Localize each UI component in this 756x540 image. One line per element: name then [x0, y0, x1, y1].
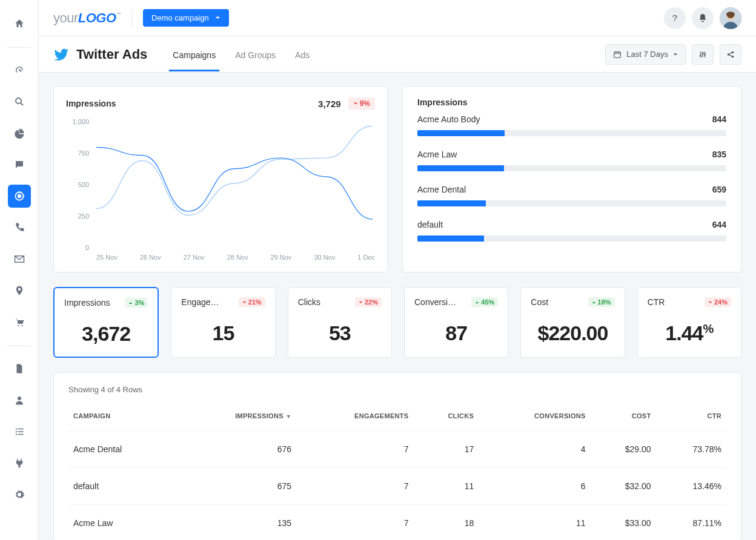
- mail-icon: [14, 254, 25, 265]
- svg-point-12: [728, 53, 730, 56]
- sidebar-item-search[interactable]: [8, 90, 31, 113]
- table-body: Acme Dental6767174$29.0073.78%default675…: [68, 431, 726, 541]
- tile-value: 3,672: [64, 322, 148, 346]
- table-header[interactable]: COST: [591, 406, 656, 431]
- tab-ad-groups[interactable]: Ad Groups: [234, 38, 277, 71]
- y-axis: 1,000 750 500 250 0: [66, 118, 93, 251]
- stat-tile[interactable]: Conversi…45%87: [404, 287, 508, 358]
- bar-fill: [417, 130, 505, 136]
- sidebar-item-integrations[interactable]: [8, 452, 31, 475]
- table-header[interactable]: CAMPAIGN: [68, 406, 175, 431]
- xtick: 28 Nov: [227, 254, 248, 263]
- table-header[interactable]: ENGAGEMENTS: [296, 406, 413, 431]
- stat-tile[interactable]: Cost18%$220.00: [520, 287, 625, 358]
- svg-point-2: [18, 195, 21, 198]
- tile-delta: 45%: [471, 297, 498, 307]
- bar-track: [417, 165, 726, 171]
- table-cell: 18: [413, 505, 479, 541]
- sidebar: [0, 0, 39, 540]
- sidebar-item-calls[interactable]: [8, 216, 31, 239]
- svg-point-11: [704, 53, 705, 54]
- stat-tile[interactable]: Engage…21%15: [171, 287, 275, 358]
- table-cell: 4: [479, 431, 590, 468]
- stat-tile[interactable]: Impressions3%3,672: [53, 287, 159, 358]
- sidebar-item-chat[interactable]: [8, 153, 31, 176]
- table-cell: 7: [296, 431, 413, 468]
- share-button[interactable]: [720, 44, 741, 65]
- filter-button[interactable]: [692, 44, 714, 65]
- tile-delta: 22%: [355, 297, 382, 307]
- stat-tile[interactable]: Clicks22%53: [288, 287, 392, 358]
- sidebar-item-location[interactable]: [8, 279, 31, 302]
- notifications-button[interactable]: [692, 7, 714, 29]
- content: Impressions 3,729 9% 1,000 750 500 250 0: [39, 73, 756, 540]
- bar-label: Acme Auto Body: [417, 114, 480, 124]
- xtick: 25 Nov: [96, 254, 118, 263]
- sidebar-item-files[interactable]: [8, 357, 31, 380]
- table-row[interactable]: Acme Law13571811$33.0087.11%: [68, 505, 726, 541]
- home-icon: [14, 18, 25, 29]
- tile-label: CTR: [648, 297, 665, 307]
- user-avatar[interactable]: [720, 7, 741, 29]
- date-range-selector[interactable]: Last 7 Days: [605, 44, 686, 65]
- sidebar-item-dashboard[interactable]: [8, 59, 31, 82]
- stat-tiles: Impressions3%3,672Engage…21%15Clicks22%5…: [53, 287, 741, 358]
- chart-delta: 9%: [348, 97, 375, 110]
- table-cell: $29.00: [591, 431, 656, 468]
- sidebar-item-settings[interactable]: [8, 483, 31, 506]
- caret-down-icon: [359, 300, 363, 305]
- bar-value: 844: [712, 114, 726, 124]
- caret-down-icon: [242, 300, 247, 305]
- bar-label: default: [417, 220, 443, 229]
- table-header[interactable]: CTR: [656, 406, 726, 431]
- caret-down-icon: [673, 52, 678, 57]
- campaigns-table-card: Showing 4 of 4 Rows CAMPAIGNIMPRESSIONS▼…: [53, 372, 741, 540]
- table-row[interactable]: default6757116$32.0013.46%: [68, 468, 726, 505]
- table-cell: 73.78%: [656, 431, 726, 468]
- svg-point-5: [18, 397, 21, 400]
- sidebar-item-mail[interactable]: [8, 248, 31, 271]
- chart-total: 3,729: [318, 99, 341, 109]
- sidebar-item-ecommerce[interactable]: [8, 311, 31, 334]
- tile-label: Cost: [531, 297, 548, 307]
- sidebar-divider: [7, 47, 31, 48]
- tab-campaigns[interactable]: Campaigns: [171, 38, 217, 71]
- campaigns-table: CAMPAIGNIMPRESSIONS▼ENGAGEMENTSCLICKSCON…: [68, 406, 726, 540]
- sidebar-item-reports[interactable]: [8, 122, 31, 145]
- tile-delta: 3%: [125, 298, 148, 308]
- tab-ads[interactable]: Ads: [294, 38, 311, 71]
- sidebar-item-ads[interactable]: [8, 185, 31, 208]
- svg-point-4: [21, 325, 22, 326]
- bar-fill: [417, 235, 484, 242]
- caret-up-icon: [592, 300, 596, 305]
- table-row[interactable]: Acme Dental6767174$29.0073.78%: [68, 431, 726, 468]
- cart-icon: [14, 317, 25, 328]
- tile-value: 1.44%: [648, 321, 731, 345]
- table-header[interactable]: CLICKS: [413, 406, 479, 431]
- bar-fill: [417, 165, 504, 171]
- sidebar-item-user[interactable]: [8, 389, 31, 412]
- brand-tm: ™: [116, 12, 121, 17]
- sidebar-item-home[interactable]: [8, 12, 31, 35]
- stat-tile[interactable]: CTR24%1.44%: [637, 287, 741, 358]
- svg-point-9: [700, 55, 701, 56]
- table-cell: 675: [175, 468, 296, 505]
- ytick: 750: [78, 150, 89, 157]
- caret-down-icon: [215, 15, 220, 21]
- help-button[interactable]: ?: [664, 7, 686, 29]
- bar-label: Acme Law: [417, 150, 457, 159]
- impressions-chart-card: Impressions 3,729 9% 1,000 750 500 250 0: [53, 86, 388, 272]
- table-header[interactable]: IMPRESSIONS▼: [175, 406, 296, 431]
- tabs: Campaigns Ad Groups Ads: [171, 36, 311, 72]
- brand-logo[interactable]: yourLOGO™: [53, 10, 121, 26]
- page-title-group: Twitter Ads: [53, 47, 147, 62]
- bar-track: [417, 130, 726, 136]
- chart-delta-value: 9%: [360, 99, 370, 108]
- campaign-selector[interactable]: Demo campaign: [143, 9, 229, 27]
- tile-value: 53: [298, 321, 382, 345]
- topbar: yourLOGO™ Demo campaign ?: [39, 0, 756, 36]
- share-icon: [726, 50, 735, 59]
- table-header[interactable]: CONVERSIONS: [479, 406, 590, 431]
- table-cell: Acme Law: [68, 505, 175, 541]
- sidebar-item-tasks[interactable]: [8, 420, 31, 443]
